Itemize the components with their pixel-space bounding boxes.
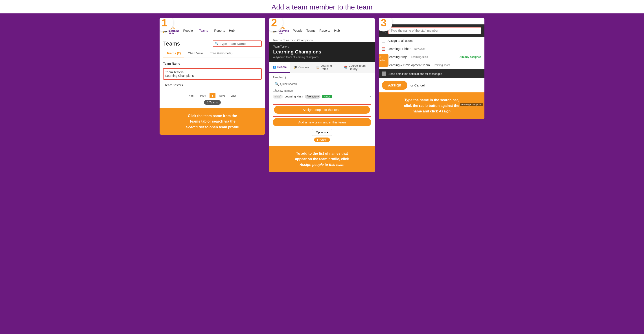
page-title: Add a team member to the team: [0, 0, 644, 14]
people-search-icon: 🔍: [275, 82, 279, 86]
assign-all-label: Assign to all users: [388, 39, 413, 42]
hubber-radio[interactable]: [382, 47, 386, 50]
nav2-reports[interactable]: Reports: [319, 29, 330, 32]
team-row-2[interactable]: Team Testers: [163, 82, 262, 89]
nav2-hub[interactable]: Hub: [334, 29, 340, 32]
notif-checkbox[interactable]: [382, 72, 386, 76]
teams-title: Teams: [163, 40, 180, 47]
profile-tab-people[interactable]: 👥 People: [269, 62, 290, 73]
people-label: People (1): [273, 76, 371, 79]
profile-team-name: Learning Champions: [273, 49, 371, 55]
remove-person[interactable]: ×: [370, 95, 371, 98]
logo-learning: Learning: [169, 30, 179, 32]
ninja-name: Learning Ninja: [388, 55, 408, 59]
nav2-people[interactable]: People: [293, 29, 302, 32]
cancel-label[interactable]: or Cancel: [410, 84, 424, 87]
courses-icon: 🎓: [294, 66, 297, 69]
logo2-learning: Learning: [279, 30, 289, 32]
user-list: Assign to all users Learning Hubber New.…: [379, 37, 484, 69]
teams-header: Teams 🔍: [163, 40, 262, 47]
promote-button[interactable]: Promote ▾: [305, 94, 320, 98]
logo-hub: Hub: [169, 32, 179, 35]
person-row: ninja* Learning Ninja Promote ▾ Active ×: [273, 94, 371, 98]
c2-assign-section: Assign people to this team Add a new tea…: [269, 102, 375, 146]
team-row-highlighted[interactable]: Team Testers : Learning Champions: [163, 68, 262, 80]
tooltip-box: Untick checkbox to avoid sending an emai…: [379, 54, 388, 67]
step1-card: 1 🎓 CPL Learning Hub People Teams Report…: [160, 18, 265, 135]
step2-card: 2 🎓 CPL Learning Hub People Teams Report…: [269, 18, 375, 172]
library-icon: 📚: [344, 66, 348, 69]
table-header: Team Name: [163, 60, 262, 67]
assign-people-button[interactable]: Assign people to this team: [274, 106, 370, 114]
options-button[interactable]: Options ▾: [312, 129, 332, 136]
add-team-button[interactable]: Add a new team under this team: [273, 118, 371, 126]
page-last[interactable]: Last: [228, 93, 238, 98]
nav-people[interactable]: People: [183, 29, 193, 32]
already-assigned-label: Already assigned: [460, 56, 481, 58]
tab-tree[interactable]: Tree View (beta): [206, 50, 236, 57]
lc-tag: Learning Champions: [460, 103, 483, 106]
assign-row: Assign or Cancel: [379, 78, 484, 92]
options-label: Options ▾: [316, 131, 328, 134]
logo2-hub: Hub: [279, 32, 289, 35]
step2-navbar: 🎓 CPL Learning Hub People Teams Reports …: [269, 24, 375, 37]
assign-all-checkbox[interactable]: [382, 39, 386, 42]
profile-tab-library[interactable]: 📚 Course Team Library: [340, 62, 375, 73]
tab-chart[interactable]: Chart View: [184, 50, 206, 57]
step2-footer: To add to the list of names thatappear o…: [269, 146, 375, 172]
show-inactive: Show Inactive: [273, 89, 371, 92]
user-row-ldt: Learning & Development Team Training.Tea…: [379, 61, 484, 69]
page-prev[interactable]: Prev: [198, 93, 208, 98]
profile-subtitle: A dynamic team of learning champions.: [273, 56, 371, 59]
teams-count-wrap: 2 Teams: [163, 100, 262, 105]
profile-tabs: 👥 People 🎓 Courses 📋 Learning Paths 📚 Co…: [269, 62, 375, 73]
teams-tabs: Teams (2) Chart View Tree View (beta): [163, 50, 262, 58]
staff-search-input[interactable]: [388, 27, 481, 34]
ldt-login: Training.Team: [433, 64, 450, 67]
nav-reports[interactable]: Reports: [214, 29, 225, 32]
active-badge: Active: [322, 95, 332, 98]
team-profile-header: Team Testers : Learning Champions A dyna…: [269, 42, 375, 62]
people-section: People (1) 🔍 Show Inactive ninja* Learni…: [269, 73, 375, 102]
step1-footer: Click the team name from theTeams tab or…: [160, 108, 265, 135]
step3-search-bar: 🔍: [379, 24, 484, 37]
inactive-checkbox[interactable]: [273, 89, 276, 92]
pagination: First Prev 1 Next Last: [163, 93, 262, 98]
assign-main-button[interactable]: Assign: [382, 81, 408, 90]
hubber-name: Learning Hubber: [388, 47, 410, 50]
user-row-hubber: Learning Hubber New.User: [379, 45, 484, 53]
person-count-pill: 1 Person: [314, 138, 330, 142]
team-name-1a: Team Testers :: [165, 70, 260, 74]
ninja-login: Learning.Ninja: [411, 56, 428, 58]
ldt-name: Learning & Development Team: [388, 63, 430, 67]
person-badge: ninja*: [273, 94, 283, 98]
profile-tab-courses[interactable]: 🎓 Courses: [290, 62, 312, 73]
breadcrumb: Teams / Learning Champions: [269, 37, 375, 42]
people-search-input[interactable]: [280, 82, 369, 86]
page-first[interactable]: First: [187, 93, 196, 98]
assign-btn-wrap: Assign people to this team: [273, 104, 371, 117]
profile-breadcrumb: Team Testers :: [273, 45, 371, 48]
page-next[interactable]: Next: [217, 93, 227, 98]
team-search-input[interactable]: [220, 42, 260, 46]
tab-teams[interactable]: Teams (2): [163, 50, 184, 58]
step3-card: 3 🔍 Assign to all users Learning Hubber …: [379, 18, 484, 119]
hubber-login: New.User: [414, 47, 426, 50]
page-current[interactable]: 1: [210, 93, 216, 98]
nav2-teams[interactable]: Teams: [306, 29, 316, 32]
paths-icon: 📋: [316, 66, 320, 69]
step1-navbar: 🎓 CPL Learning Hub People Teams Reports …: [160, 24, 265, 37]
person-name: Learning Ninja: [284, 95, 303, 98]
nav-teams[interactable]: Teams: [197, 28, 210, 33]
user-row-ninja: Learning Ninja Learning.Ninja Already as…: [379, 53, 484, 61]
team-name-2: Team Testers: [165, 84, 260, 87]
teams-count-badge: 2 Teams: [204, 100, 221, 105]
step1-body: Teams 🔍 Teams (2) Chart View Tree View (…: [160, 37, 265, 108]
notification-bar: Untick checkbox to avoid sending an emai…: [379, 69, 484, 78]
notification-label: Send email/text notifications for messag…: [388, 72, 442, 76]
team-name-1b: Learning Champions: [165, 74, 260, 78]
profile-tab-paths[interactable]: 📋 Learning Paths: [312, 62, 340, 73]
assign-all-row: Assign to all users: [379, 37, 484, 45]
people-search: 🔍: [273, 81, 371, 87]
nav-hub[interactable]: Hub: [229, 29, 234, 32]
